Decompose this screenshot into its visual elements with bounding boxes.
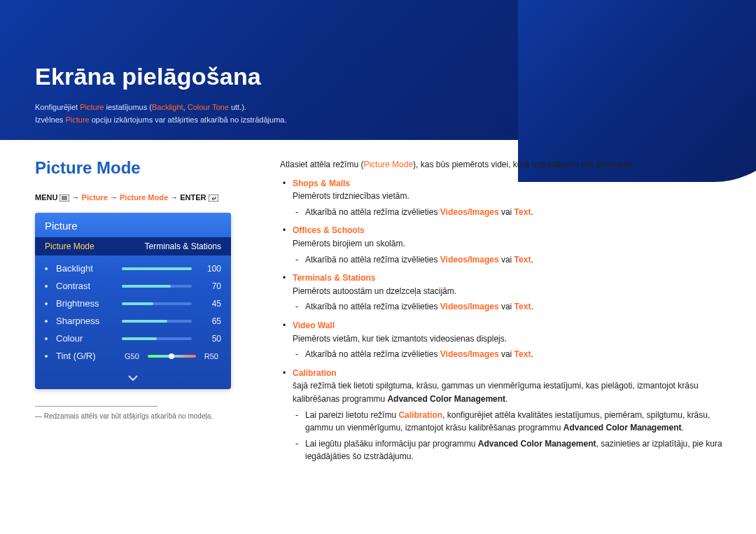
mode-item: Video WallPiemērots vietām, kur tiek izm… — [280, 319, 728, 345]
osd-slider-value: 100 — [197, 264, 221, 274]
text: Lai pareizi lietotu režīmu — [305, 410, 398, 420]
mode-description: Piemērots birojiem un skolām. — [293, 239, 405, 248]
mode-name: Terminals & Stations — [293, 273, 375, 283]
breadcrumb-picture: Picture — [82, 193, 108, 202]
mode-name: Calibration — [293, 368, 337, 378]
osd-panel: Picture Picture Mode Terminals & Station… — [35, 213, 231, 389]
text: . — [531, 255, 533, 265]
bullet-icon — [45, 285, 48, 288]
osd-picture-mode-row[interactable]: Picture Mode Terminals & Stations — [35, 237, 231, 255]
text: Izvēlnes — [35, 115, 65, 124]
text: . — [682, 423, 684, 433]
text: iestatījumus ( — [104, 103, 151, 111]
osd-slider-row[interactable]: Brightness45 — [35, 295, 231, 312]
osd-slider-row[interactable]: Contrast70 — [35, 277, 231, 295]
mode-item: Terminals & StationsPiemērots autoostām … — [280, 272, 728, 297]
osd-slider-row[interactable]: Sharpness65 — [35, 312, 231, 330]
osd-slider-row[interactable]: Colour50 — [35, 330, 231, 347]
text: vai — [499, 349, 514, 359]
chevron-down-icon — [127, 373, 139, 384]
arrow: → — [168, 193, 180, 202]
mode-sub-item: Atkarībā no attēla režīma izvēlieties Vi… — [280, 300, 728, 314]
text: Atlasiet attēla režīmu ( — [280, 160, 363, 169]
osd-tint-r: R50 — [204, 352, 218, 360]
osd-slider-row[interactable]: Backlight100 — [35, 260, 231, 277]
mode-name: Shops & Malls — [293, 178, 350, 188]
option-text: Text — [514, 349, 531, 359]
mode-description: Piemērots vietām, kur tiek izmantots vid… — [293, 334, 507, 344]
osd-more-below[interactable] — [35, 370, 231, 389]
osd-slider-value: 70 — [197, 281, 221, 291]
mode-description: Piemērots tirdzniecības vietām. — [293, 191, 410, 201]
osd-tint-g: G50 — [125, 352, 139, 360]
osd-slider-track[interactable] — [122, 337, 192, 340]
keyword-picture: Picture — [80, 103, 104, 111]
keyword-picture: Picture — [65, 115, 89, 124]
text: . — [531, 302, 533, 311]
osd-slider-track[interactable] — [122, 267, 192, 270]
menu-icon — [59, 195, 69, 203]
osd-slider-name: Brightness — [56, 298, 116, 309]
text: Atkarībā no attēla režīma izvēlieties — [305, 255, 440, 265]
osd-title: Picture — [35, 213, 231, 237]
option-videos-images: Videos/Images — [440, 349, 499, 359]
osd-tint-row[interactable]: Tint (G/R)G50R50 — [35, 347, 231, 365]
osd-slider-value: 65 — [197, 316, 221, 326]
option-text: Text — [514, 207, 531, 217]
osd-slider-value: 45 — [197, 299, 221, 309]
bullet-icon — [45, 267, 48, 270]
bullet-icon — [45, 337, 48, 340]
keyword-colour-tone: Colour Tone — [188, 103, 229, 111]
keyword-picture-mode: Picture Mode — [363, 160, 413, 169]
chapter-title: Ekrāna pielāgošana — [35, 63, 721, 90]
keyword-acm: Advanced Color Management — [387, 394, 505, 404]
arrow: → — [72, 193, 82, 202]
keyword-acm: Advanced Color Management — [564, 423, 682, 433]
keyword-backlight: Backlight — [152, 103, 183, 111]
osd-tint-knob — [169, 353, 174, 359]
text: Lai iegūtu plašāku informāciju par progr… — [305, 439, 478, 449]
text: vai — [499, 302, 514, 311]
breadcrumb-picture-mode: Picture Mode — [120, 193, 168, 202]
chapter-banner: Ekrāna pielāgošana Konfigurējiet Picture… — [0, 0, 756, 140]
option-videos-images: Videos/Images — [440, 302, 499, 311]
mode-sub-item: Lai iegūtu plašāku informāciju par progr… — [280, 437, 728, 463]
breadcrumb-enter: ENTER — [180, 193, 206, 202]
mode-item: Offices & SchoolsPiemērots birojiem un s… — [280, 224, 728, 250]
breadcrumb-menu: MENU — [35, 193, 57, 202]
mode-item: Shops & MallsPiemērots tirdzniecības vie… — [280, 177, 728, 203]
mode-item-calibration: Calibrationšajā režīmā tiek lietoti spil… — [280, 367, 728, 406]
text: vai — [499, 207, 514, 217]
svg-rect-4 — [209, 195, 218, 202]
osd-slider-fill — [122, 320, 167, 323]
keyword-calibration: Calibration — [398, 410, 442, 420]
osd-slider-track[interactable] — [122, 302, 192, 305]
footnote: ― Redzamais attēls var būt atšķirīgs atk… — [35, 412, 252, 420]
text: Atkarībā no attēla režīma izvēlieties — [305, 207, 440, 217]
osd-slider-name: Contrast — [56, 281, 116, 291]
mode-description: Piemērots autoostām un dzelzceļa stacijā… — [293, 286, 456, 296]
breadcrumb: MENU → Picture → Picture Mode → ENTER — [35, 193, 252, 203]
modes-list: Shops & MallsPiemērots tirdzniecības vie… — [280, 177, 728, 463]
section-title: Picture Mode — [35, 158, 252, 178]
text: ), kas būs piemērots videi, kurā izstrād… — [413, 160, 634, 169]
osd-picture-mode-value: Terminals & Stations — [145, 241, 221, 251]
osd-slider-track[interactable] — [122, 285, 192, 288]
bullet-icon — [45, 302, 48, 305]
bullet-icon — [45, 355, 48, 358]
option-text: Text — [514, 302, 531, 311]
footnote-rule — [35, 406, 158, 407]
osd-slider-fill — [122, 285, 171, 288]
osd-tint-track[interactable] — [148, 355, 196, 358]
text: vai — [499, 255, 514, 265]
enter-icon — [209, 195, 218, 203]
option-videos-images: Videos/Images — [440, 207, 499, 217]
mode-name: Offices & Schools — [293, 225, 365, 235]
arrow: → — [108, 193, 120, 202]
osd-tint-name: Tint (G/R) — [56, 351, 116, 361]
text: Atkarībā no attēla režīma izvēlieties — [305, 349, 440, 359]
osd-slider-track[interactable] — [122, 320, 192, 323]
text: . — [505, 394, 507, 404]
chapter-subtitle: Konfigurējiet Picture iestatījumus (Back… — [35, 101, 721, 126]
text: Atkarībā no attēla režīma izvēlieties — [305, 302, 440, 311]
